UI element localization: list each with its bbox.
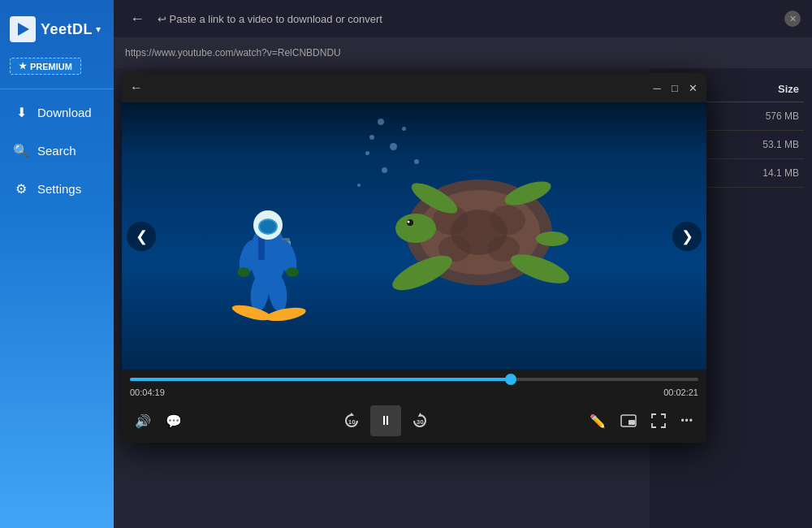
current-time: 00:04:19 xyxy=(130,387,165,397)
premium-label: PREMIUM xyxy=(30,62,72,71)
skip-back-button[interactable]: 10 xyxy=(338,409,365,433)
media-player: ← ─ □ ✕ xyxy=(122,73,706,443)
fullscreen-button[interactable] xyxy=(646,410,671,431)
pip-button[interactable] xyxy=(615,411,641,431)
player-window-buttons: ─ □ ✕ xyxy=(651,82,698,93)
bubble xyxy=(378,119,384,125)
bg-close-button[interactable]: ✕ xyxy=(784,11,801,27)
settings-icon: ⚙ xyxy=(13,181,29,197)
bg-url-hint: ↩ Paste a link to a video to download or… xyxy=(158,13,776,25)
annotate-button[interactable]: ✏️ xyxy=(585,410,611,432)
subtitles-icon: 💬 xyxy=(166,413,182,429)
skip-forward-button[interactable]: 30 xyxy=(406,409,434,433)
turtle-image xyxy=(365,151,593,330)
bg-back-button[interactable]: ← xyxy=(125,9,149,29)
logo-text: YeetDL xyxy=(41,21,93,38)
more-icon: ••• xyxy=(680,415,693,426)
controls-row: 🔊 💬 10 xyxy=(130,402,698,443)
close-icon: ✕ xyxy=(789,14,797,24)
player-back-button[interactable]: ← xyxy=(130,79,149,97)
fullscreen-icon xyxy=(651,413,666,428)
app-container: YeetDL ▾ ★ PREMIUM ⬇ Download 🔍 Search ⚙… xyxy=(0,0,812,528)
url-input-row: https://www.youtube.com/watch?v=RelCNBDN… xyxy=(114,37,812,68)
size-cell: 14.1 MB xyxy=(762,167,799,179)
progress-thumb[interactable] xyxy=(505,374,516,385)
remaining-time: 00:02:21 xyxy=(663,387,698,397)
sidebar-item-settings-label: Settings xyxy=(37,182,81,196)
bubble xyxy=(357,184,361,187)
player-titlebar: ← ─ □ ✕ xyxy=(122,73,706,102)
player-controls: 00:04:19 00:02:21 🔊 💬 xyxy=(122,370,706,443)
star-icon: ★ xyxy=(19,61,27,71)
download-icon: ⬇ xyxy=(13,105,29,120)
volume-button[interactable]: 🔊 xyxy=(130,410,156,432)
svg-point-25 xyxy=(237,267,250,277)
size-cell: 53.1 MB xyxy=(762,139,799,150)
progress-track[interactable] xyxy=(130,378,698,381)
more-button[interactable]: ••• xyxy=(676,412,698,430)
pause-icon: ⏸ xyxy=(379,413,392,428)
bg-window-header: ← ↩ Paste a link to a video to download … xyxy=(114,0,812,37)
play-pause-button[interactable]: ⏸ xyxy=(370,405,401,436)
sidebar: YeetDL ▾ ★ PREMIUM ⬇ Download 🔍 Search ⚙… xyxy=(0,0,114,528)
svg-point-10 xyxy=(408,221,410,223)
main-content: ← ↩ Paste a link to a video to download … xyxy=(114,0,812,528)
sidebar-item-download[interactable]: ⬇ Download xyxy=(0,93,114,132)
skip-back-label: 10 xyxy=(348,418,356,426)
progress-fill xyxy=(130,378,511,381)
svg-point-5 xyxy=(490,206,525,235)
svg-rect-34 xyxy=(628,420,635,425)
logo-icon xyxy=(10,16,36,42)
subtitles-button[interactable]: 💬 xyxy=(161,410,187,432)
sidebar-item-settings[interactable]: ⚙ Settings xyxy=(0,170,114,208)
svg-point-26 xyxy=(286,267,299,277)
bubble xyxy=(402,127,406,131)
size-cell: 576 MB xyxy=(766,110,799,122)
annotate-icon: ✏️ xyxy=(590,413,606,429)
svg-point-30 xyxy=(265,305,307,321)
maximize-button[interactable]: □ xyxy=(669,82,680,93)
sidebar-divider xyxy=(0,89,114,89)
pip-icon xyxy=(620,414,637,427)
volume-icon: 🔊 xyxy=(135,413,151,429)
player-video: ❮ ❯ xyxy=(122,102,706,370)
player-close-button[interactable]: ✕ xyxy=(687,82,698,93)
minimize-button[interactable]: ─ xyxy=(651,82,663,93)
svg-marker-0 xyxy=(18,23,29,36)
time-row: 00:04:19 00:02:21 xyxy=(130,386,698,402)
url-input-text: https://www.youtube.com/watch?v=RelCNBDN… xyxy=(125,47,341,58)
sidebar-item-search-label: Search xyxy=(37,144,76,158)
search-icon: 🔍 xyxy=(13,143,29,158)
size-column-header: Size xyxy=(778,83,799,95)
nav-next-button[interactable]: ❯ xyxy=(672,222,702,251)
bubble xyxy=(369,135,374,140)
logo: YeetDL ▾ xyxy=(0,8,110,50)
logo-chevron: ▾ xyxy=(96,24,101,35)
bubble xyxy=(390,143,397,150)
svg-point-8 xyxy=(395,214,436,243)
svg-rect-17 xyxy=(258,236,265,260)
premium-badge[interactable]: ★ PREMIUM xyxy=(10,58,81,75)
sidebar-item-download-label: Download xyxy=(37,106,92,119)
skip-forward-label: 30 xyxy=(417,418,424,426)
svg-point-20 xyxy=(260,220,276,233)
sidebar-item-search[interactable]: 🔍 Search xyxy=(0,132,114,170)
svg-marker-31 xyxy=(349,413,354,416)
progress-bar-container[interactable] xyxy=(130,370,698,386)
diver-image xyxy=(171,191,365,321)
nav-prev-button[interactable]: ❮ xyxy=(127,222,156,251)
svg-point-15 xyxy=(536,232,568,246)
